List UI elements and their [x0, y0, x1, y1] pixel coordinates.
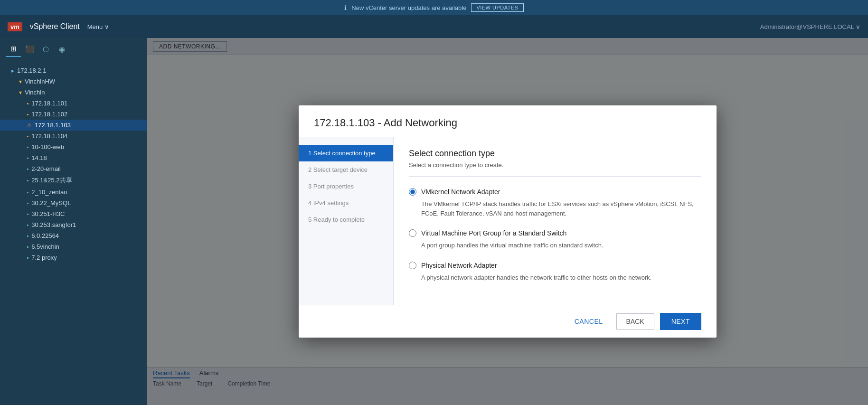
modal-title-bar: 172.18.1.103 - Add Networking [299, 105, 717, 137]
folder-icon: ▾ [19, 78, 22, 85]
content-title: Select connection type [409, 149, 701, 159]
vm2-icon: ▪ [27, 211, 28, 217]
wizard-steps: 1 Select connection type 2 Select target… [299, 137, 394, 305]
tree-label: 30.253.sangfor1 [31, 221, 76, 228]
tree-label: 172.18.1.101 [31, 100, 67, 107]
vm2-icon: ▪ [27, 177, 28, 184]
tree-item-172.18.2.1[interactable]: ▸ 172.18.2.1 [0, 65, 147, 76]
vm-icon: ▪ [27, 133, 28, 140]
wizard-step-5: 5 Ready to complete [299, 211, 393, 228]
vmkernel-option: VMkernel Network Adapter The VMkernel TC… [409, 188, 701, 218]
tree-label: 172.18.1.102 [31, 111, 67, 118]
content-subtitle: Select a connection type to create. [409, 161, 701, 177]
tree-item-web[interactable]: ▪ 10-100-web [0, 141, 147, 152]
user-account[interactable]: Administrator@VSPHERE.LOCAL ∨ [760, 23, 860, 30]
physical-label[interactable]: Physical Network Adapter [409, 262, 701, 269]
sidebar-icon-globe[interactable]: ◉ [54, 42, 69, 57]
vmkernel-description: The VMkernel TCP/IP stack handles traffi… [421, 199, 701, 218]
tree-label: 172.18.1.103 [35, 122, 71, 129]
tree-label: 25.1&25.2共享 [31, 176, 72, 185]
modal-backdrop: 172.18.1.103 - Add Networking 1 Select c… [147, 38, 868, 405]
sidebar-icon-network[interactable]: ⬡ [38, 42, 53, 57]
folder-icon: ▾ [19, 89, 22, 96]
add-networking-dialog: 172.18.1.103 - Add Networking 1 Select c… [299, 105, 717, 338]
wizard-content: Select connection type Select a connecti… [394, 137, 717, 305]
content-area: ADD NETWORKING... 172.18.1.103 - Add Net… [147, 38, 868, 405]
tree-label: 6.0.22564 [31, 232, 59, 239]
vm-port-group-option-label: Virtual Machine Port Group for a Standar… [421, 229, 566, 237]
tree-label: 172.18.2.1 [17, 67, 46, 74]
vm2-icon: ▪ [27, 244, 28, 250]
tree-item-72proxy[interactable]: ▪ 7.2 proxy [0, 252, 147, 263]
physical-option: Physical Network Adapter A physical netw… [409, 262, 701, 283]
wizard-step-4: 4 IPv4 settings [299, 195, 393, 211]
vm2-icon: ▪ [27, 200, 28, 207]
vm2-icon: ▪ [27, 254, 28, 261]
tree-item-6022564[interactable]: ▪ 6.0.22564 [0, 230, 147, 241]
tree-label: 7.2 proxy [31, 254, 57, 261]
tree-item-102[interactable]: ▪ 172.18.1.102 [0, 109, 147, 120]
sidebar-icon-storage[interactable]: ⬛ [22, 42, 37, 57]
tree-item-104[interactable]: ▪ 172.18.1.104 [0, 131, 147, 141]
vmkernel-radio[interactable] [409, 188, 416, 196]
wizard-step-1[interactable]: 1 Select connection type [299, 145, 393, 161]
sidebar: ⊞ ⬛ ⬡ ◉ ▸ 172.18.2.1 ▾ VinchinHW ▾ Vinch… [0, 38, 147, 405]
notification-bar: ℹ New vCenter server updates are availab… [0, 0, 868, 15]
sidebar-icon-vms[interactable]: ⊞ [6, 42, 21, 57]
modal-title: 172.18.1.103 - Add Networking [314, 117, 701, 129]
tree-item-65vinchin[interactable]: ▪ 6.5vinchin [0, 241, 147, 252]
vm-port-group-description: A port group handles the virtual machine… [421, 241, 701, 250]
tree-item-101[interactable]: ▪ 172.18.1.101 [0, 98, 147, 109]
vm2-icon: ▪ [27, 166, 28, 172]
tree-item-vinchin[interactable]: ▾ Vinchin [0, 87, 147, 98]
vm-port-group-label[interactable]: Virtual Machine Port Group for a Standar… [409, 229, 701, 237]
next-button[interactable]: NEXT [660, 313, 701, 330]
sidebar-icons: ⊞ ⬛ ⬡ ◉ [0, 38, 147, 61]
vm2-icon: ▪ [27, 222, 28, 228]
tree-label: 172.18.1.104 [31, 132, 67, 140]
tree-label: 10-100-web [31, 143, 64, 151]
modal-body: 1 Select connection type 2 Select target… [299, 137, 717, 305]
vm-alert-icon: ⚠ [27, 122, 32, 129]
vm2-icon: ▪ [27, 233, 28, 239]
sidebar-tree: ▸ 172.18.2.1 ▾ VinchinHW ▾ Vinchin ▪ 172… [0, 61, 147, 405]
vm-port-group-option: Virtual Machine Port Group for a Standar… [409, 229, 701, 250]
back-button[interactable]: BACK [616, 313, 654, 330]
tree-label: Vinchin [25, 89, 45, 96]
vmkernel-label[interactable]: VMkernel Network Adapter [409, 188, 701, 196]
tree-item-1418[interactable]: ▪ 14.18 [0, 152, 147, 163]
tree-label: 2_10_zentao [31, 188, 67, 196]
wizard-step-3: 3 Port properties [299, 178, 393, 195]
tree-item-103[interactable]: ⚠ 172.18.1.103 [0, 120, 147, 131]
vm-icon: ▪ [27, 100, 28, 107]
vm-logo: vm [8, 22, 22, 31]
tree-label: 2-20-email [31, 165, 60, 172]
main-layout: ⊞ ⬛ ⬡ ◉ ▸ 172.18.2.1 ▾ VinchinHW ▾ Vinch… [0, 38, 868, 405]
vmkernel-option-label: VMkernel Network Adapter [421, 188, 500, 196]
tree-label: 30.22_MySQL [31, 199, 71, 207]
vm-port-group-radio[interactable] [409, 229, 416, 237]
modal-footer: CANCEL BACK NEXT [299, 305, 717, 338]
tree-label: 6.5vinchin [31, 243, 59, 250]
menu-button[interactable]: Menu ∨ [87, 23, 109, 30]
tree-item-shared[interactable]: ▪ 25.1&25.2共享 [0, 174, 147, 187]
tree-item-h3c[interactable]: ▪ 30.251-H3C [0, 208, 147, 219]
cancel-button[interactable]: CANCEL [567, 314, 611, 329]
physical-option-label: Physical Network Adapter [421, 262, 497, 269]
vm2-icon: ▪ [27, 155, 28, 161]
tree-label: 14.18 [31, 154, 47, 161]
tree-label: 30.251-H3C [31, 210, 65, 217]
vm2-icon: ▪ [27, 144, 28, 151]
wizard-step-2: 2 Select target device [299, 161, 393, 178]
app-title: vSphere Client [30, 22, 80, 31]
view-updates-button[interactable]: VIEW UPDATES [471, 3, 523, 12]
tree-item-zentao[interactable]: ▪ 2_10_zentao [0, 187, 147, 198]
host-icon: ▸ [11, 67, 14, 74]
vm-icon: ▪ [27, 111, 28, 118]
tree-item-mysql[interactable]: ▪ 30.22_MySQL [0, 198, 147, 208]
physical-description: A physical network adapter handles the n… [421, 273, 701, 283]
tree-item-vinchinHW[interactable]: ▾ VinchinHW [0, 76, 147, 87]
tree-item-sangfor[interactable]: ▪ 30.253.sangfor1 [0, 219, 147, 230]
tree-item-email[interactable]: ▪ 2-20-email [0, 163, 147, 174]
physical-radio[interactable] [409, 262, 416, 269]
